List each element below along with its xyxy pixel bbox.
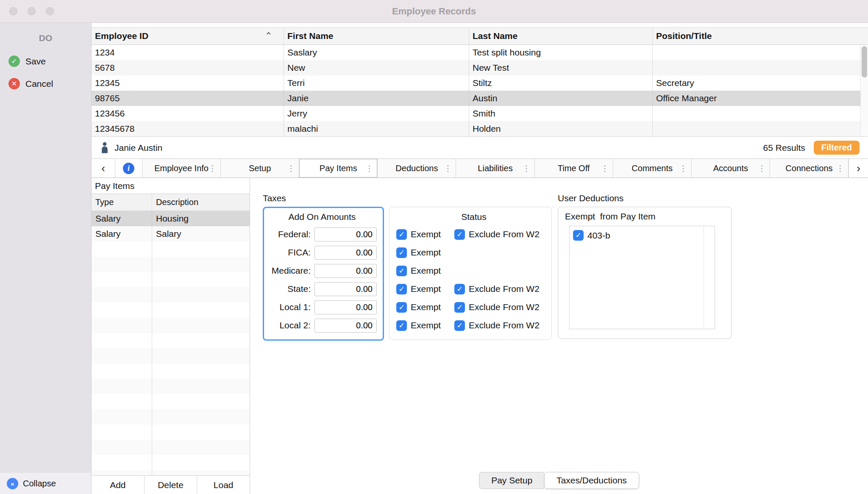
check-icon: ✓ <box>456 303 462 312</box>
tax-amount-input-local1[interactable] <box>314 300 377 314</box>
employee-row[interactable]: 1234 Saslary Test split housing <box>92 45 868 60</box>
tab-menu-icon[interactable]: ⋮ <box>287 164 295 173</box>
tabs-scroll-left-button[interactable]: ‹ <box>92 159 115 178</box>
tax-amount-input-federal[interactable] <box>314 228 377 241</box>
exempt-checkbox-fica[interactable]: ✓ <box>396 247 407 258</box>
collapse-button[interactable]: « Collapse <box>0 473 91 494</box>
tab-connections[interactable]: Connections ⋮ <box>770 159 849 178</box>
table-scrollbar[interactable] <box>860 45 868 136</box>
filtered-badge[interactable]: Filtered <box>814 141 860 155</box>
tab-comments[interactable]: Comments ⋮ <box>613 159 692 178</box>
status-row-local1: ✓ Exempt ✓ Exclude From W2 <box>396 300 551 314</box>
tax-amount-input-medicare[interactable] <box>314 264 377 278</box>
exempt-from-pay-item-group: Exempt from Pay Item ✓ 403-b <box>558 207 732 339</box>
pay-items-empty-row <box>92 394 250 409</box>
exclude-w2-checkbox-federal[interactable]: ✓ <box>454 229 465 240</box>
pay-items-empty-row <box>92 257 250 272</box>
tab-menu-icon[interactable]: ⋮ <box>836 164 844 173</box>
tax-amount-input-state[interactable] <box>314 282 377 296</box>
check-icon: ✓ <box>456 285 462 294</box>
check-icon: ✓ <box>398 266 404 275</box>
tab-time-off[interactable]: Time Off ⋮ <box>535 159 613 178</box>
pay-items-empty-row <box>92 470 250 475</box>
tax-label-state: State: <box>287 284 311 294</box>
employee-id-cell: 1234 <box>92 45 284 60</box>
tab-menu-icon[interactable]: ⋮ <box>444 164 452 173</box>
employee-row[interactable]: 123456 Jerry Smith <box>92 106 868 121</box>
deduction-checkbox-403b[interactable]: ✓ <box>573 230 584 241</box>
pay-items-empty-row <box>92 318 250 333</box>
tab-label: Liabilities <box>478 164 512 173</box>
first-name-cell: New <box>284 60 469 75</box>
tab-deductions[interactable]: Deductions ⋮ <box>378 159 456 178</box>
deduction-item-403b[interactable]: ✓ 403-b <box>573 230 700 241</box>
status-row-federal: ✓ Exempt ✓ Exclude From W2 <box>396 227 551 241</box>
exempt-checkbox-federal[interactable]: ✓ <box>396 229 407 240</box>
employee-row[interactable]: 5678 New New Test <box>92 60 868 75</box>
tab-menu-icon[interactable]: ⋮ <box>758 164 766 173</box>
tab-label: Pay Items <box>320 164 357 173</box>
record-bar: Janie Austin 65 Results Filtered <box>92 136 868 158</box>
pay-items-empty-row <box>92 241 250 257</box>
employee-row-selected[interactable]: 98765 Janie Austin Office Manager <box>92 91 868 106</box>
pay-items-empty-row <box>92 425 250 440</box>
status-row-medicare: ✓ Exempt <box>396 264 551 278</box>
tab-menu-icon[interactable]: ⋮ <box>601 164 609 173</box>
table-scrollbar-thumb[interactable] <box>862 46 867 78</box>
tax-amount-input-fica[interactable] <box>314 246 377 260</box>
tax-amount-input-local2[interactable] <box>314 319 377 333</box>
save-button[interactable]: ✓ Save <box>0 50 91 72</box>
column-header-last-name[interactable]: Last Name <box>469 28 652 44</box>
add-on-amounts-title: Add On Amounts <box>267 211 377 223</box>
exclude-w2-checkbox-local2[interactable]: ✓ <box>454 320 465 331</box>
delete-pay-item-button[interactable]: Delete <box>145 476 198 494</box>
exempt-checkbox-local2[interactable]: ✓ <box>396 320 407 331</box>
taxes-groups-row: Add On Amounts Federal: FICA: <box>263 207 552 341</box>
exclude-w2-checkbox-local1[interactable]: ✓ <box>454 302 465 313</box>
minimize-window-button[interactable] <box>28 7 36 15</box>
tab-pay-setup[interactable]: Pay Setup <box>479 472 544 489</box>
employee-row[interactable]: 12345 Terri Stiltz Secretary <box>92 75 868 91</box>
column-header-employee-id[interactable]: Employee ID ⌃ <box>92 28 284 44</box>
exempt-checkbox-local1[interactable]: ✓ <box>396 302 407 313</box>
pay-item-row[interactable]: Salary Salary <box>92 226 250 241</box>
zoom-window-button[interactable] <box>46 7 54 15</box>
pay-items-column-type[interactable]: Type <box>92 194 152 211</box>
close-window-button[interactable] <box>9 7 17 15</box>
tab-menu-icon[interactable]: ⋮ <box>679 164 687 173</box>
add-pay-item-button[interactable]: Add <box>92 476 145 494</box>
load-pay-item-button[interactable]: Load <box>197 476 250 494</box>
tax-label-local1: Local 1: <box>279 302 311 312</box>
deduction-item-label: 403-b <box>587 230 610 241</box>
tabs-scroll-right-button[interactable]: › <box>849 159 868 178</box>
tab-label: Accounts <box>713 164 748 173</box>
last-name-cell: Holden <box>469 121 652 136</box>
tab-liabilities[interactable]: Liabilities ⋮ <box>456 159 534 178</box>
pay-items-empty-row <box>92 272 250 287</box>
tab-setup[interactable]: Setup ⋮ <box>221 159 299 178</box>
tab-employee-info[interactable]: Employee Info ⋮ <box>142 159 221 178</box>
tab-label: Setup <box>249 164 271 173</box>
titlebar: Employee Records <box>0 0 868 23</box>
tab-accounts[interactable]: Accounts ⋮ <box>692 159 770 178</box>
column-header-first-name[interactable]: First Name <box>284 28 469 44</box>
exempt-checkbox-medicare[interactable]: ✓ <box>396 266 407 276</box>
column-header-position-title[interactable]: Position/Title <box>652 28 868 44</box>
tab-taxes-deductions[interactable]: Taxes/Deductions <box>544 472 639 489</box>
tab-pay-items[interactable]: Pay Items ⋮ <box>299 159 378 178</box>
tab-menu-icon[interactable]: ⋮ <box>365 164 373 173</box>
deduction-list-scrollbar[interactable] <box>704 226 715 329</box>
exempt-label: Exempt <box>411 266 441 276</box>
pay-items-column-description[interactable]: Description <box>152 194 250 211</box>
pay-items-empty-row <box>92 455 250 470</box>
exempt-checkbox-state[interactable]: ✓ <box>396 284 407 294</box>
cancel-button[interactable]: ✕ Cancel <box>0 72 91 95</box>
tab-menu-icon[interactable]: ⋮ <box>209 164 217 173</box>
bottom-tab-bar: Pay Setup Taxes/Deductions <box>250 472 868 489</box>
employee-row[interactable]: 12345678 malachi Holden <box>92 121 868 136</box>
tab-menu-icon[interactable]: ⋮ <box>523 164 531 173</box>
pay-item-row-selected[interactable]: Salary Housing <box>92 211 250 226</box>
check-icon: ✓ <box>398 248 404 257</box>
exclude-w2-checkbox-state[interactable]: ✓ <box>454 284 465 294</box>
record-info-button[interactable]: i <box>115 159 142 178</box>
